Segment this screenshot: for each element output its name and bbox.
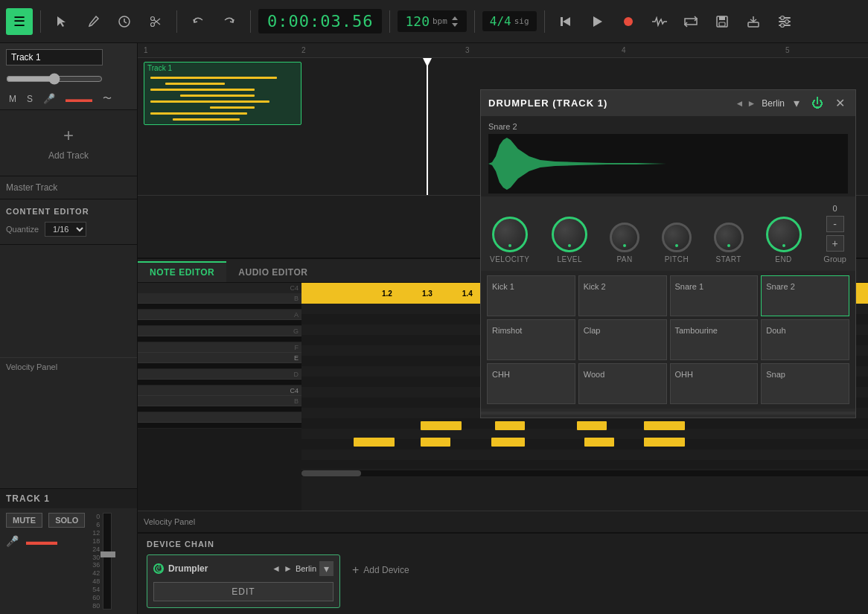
device-chain-area: DEVICE CHAIN ⏻ Drumpler ◄ ► Berlin ▾ (138, 532, 868, 614)
tab-note-editor[interactable]: NOTE EDITOR (138, 261, 226, 282)
drumpler-dropdown-button[interactable]: ▾ (791, 95, 802, 112)
cursor-tool-button[interactable] (48, 8, 75, 35)
piano-key-ab3[interactable] (138, 423, 301, 429)
end-minus-button[interactable]: - (826, 216, 844, 232)
drum-pad-ohh[interactable]: OHH (670, 363, 759, 404)
clock-tool-button[interactable] (111, 8, 138, 35)
track-name-input[interactable] (6, 49, 103, 65)
preset-arrow-right[interactable]: ► (284, 563, 293, 574)
device-edit-button[interactable]: EDIT (153, 582, 334, 601)
note-block-3[interactable] (577, 421, 607, 430)
wave-button-track[interactable]: 〜 (100, 91, 115, 106)
mixer-icon[interactable]: ▬▬▬ (26, 535, 57, 547)
drumpler-close-button[interactable]: ✕ (832, 95, 848, 112)
mic-button-track[interactable]: 🎤 (40, 92, 58, 106)
scissors-tool-button[interactable] (142, 8, 169, 35)
tab-audio-editor[interactable]: AUDIO EDITOR (226, 261, 319, 282)
end-plus-button[interactable]: + (826, 235, 844, 252)
drumpler-arrow-right[interactable]: ► (747, 98, 756, 109)
knob-velocity-control[interactable] (492, 217, 528, 252)
drum-pad-rimshot[interactable]: Rimshot (487, 319, 575, 360)
drum-pad-douh[interactable]: Douh (761, 319, 849, 360)
h-scrollbar-thumb[interactable] (301, 470, 361, 476)
mute-button[interactable]: MUTE (6, 513, 42, 528)
piano-key-gb4[interactable] (138, 336, 301, 342)
piano-key-e4[interactable]: E (138, 353, 301, 363)
drum-pad-clap[interactable]: Clap (578, 319, 667, 360)
play-button[interactable] (584, 8, 610, 35)
note-block-2[interactable] (495, 421, 525, 430)
device-dropdown-button[interactable]: ▾ (319, 561, 334, 576)
rewind-button[interactable] (552, 8, 579, 35)
redo-button[interactable] (216, 8, 243, 35)
loop-button[interactable] (677, 8, 704, 35)
knob-end-control[interactable] (766, 217, 802, 252)
piano-key-db4[interactable] (138, 380, 301, 386)
solo-button-track[interactable]: S (24, 92, 36, 106)
piano-key-c4[interactable]: C4 (138, 386, 301, 396)
undo-button[interactable] (185, 8, 211, 35)
playhead[interactable] (427, 58, 428, 195)
drum-pad-wood[interactable]: Wood (578, 363, 667, 404)
knob-pitch-control[interactable] (662, 223, 692, 252)
drum-pad-snare2[interactable]: Snare 2 (761, 275, 849, 316)
mic-icon[interactable]: 🎤 (6, 535, 19, 547)
save-button[interactable] (709, 8, 735, 35)
piano-key-b3[interactable]: B (138, 396, 301, 406)
track-clip[interactable]: Track 1 (144, 62, 301, 125)
piano-key-d4[interactable]: D (138, 369, 301, 380)
piano-key-eb4[interactable] (138, 363, 301, 369)
settings-icon (777, 15, 792, 28)
drum-pad-tambourine[interactable]: Tambourine (670, 319, 759, 360)
fader-track[interactable] (103, 513, 112, 610)
note-block-6[interactable] (421, 438, 450, 447)
drum-pad-kick1[interactable]: Kick 1 (487, 275, 575, 316)
note-block-7[interactable] (491, 438, 525, 447)
time-sig-display[interactable]: 4/4 sig (482, 11, 537, 31)
piano-key-bb3[interactable] (138, 406, 301, 412)
track-volume-slider[interactable] (6, 73, 103, 85)
preset-arrow-left[interactable]: ◄ (272, 563, 281, 574)
drumpler-power-button[interactable]: ⏻ (808, 95, 826, 112)
solo-button[interactable]: SOLO (48, 513, 85, 528)
piano-key-g4[interactable]: G (138, 326, 301, 336)
level-12: 12 (92, 529, 100, 537)
add-track-area[interactable]: + Add Track (0, 110, 137, 176)
settings-button[interactable] (771, 8, 798, 35)
piano-key-b4[interactable]: B (138, 293, 301, 304)
drum-pad-snare1[interactable]: Snare 1 (670, 275, 759, 316)
quantize-select[interactable]: 1/16 1/8 1/4 (45, 222, 86, 237)
waveform-canvas (488, 134, 848, 194)
menu-button[interactable]: ☰ (6, 8, 33, 35)
device-power-button[interactable]: ⏻ (153, 563, 164, 574)
piano-key-bb4[interactable] (138, 304, 301, 310)
mute-button-track[interactable]: M (6, 92, 19, 106)
knob-start-dot (727, 244, 730, 247)
drum-pad-snap[interactable]: Snap (761, 363, 849, 404)
knob-pan-control[interactable] (610, 223, 639, 252)
export-button[interactable] (740, 8, 767, 35)
piano-key-ab4[interactable] (138, 320, 301, 326)
fader-thumb[interactable] (100, 551, 115, 557)
automation-button[interactable] (646, 8, 673, 35)
knob-level-control[interactable] (552, 217, 587, 252)
knob-start-control[interactable] (714, 223, 744, 252)
bpm-display[interactable]: 120 bpm (398, 10, 466, 32)
piano-key-f4[interactable]: F (138, 342, 301, 353)
piano-key-a3[interactable] (138, 412, 301, 423)
mixer-button-track[interactable]: ▬▬▬ (63, 92, 95, 106)
drum-pad-kick2[interactable]: Kick 2 (578, 275, 667, 316)
note-block-9[interactable] (644, 438, 685, 447)
add-device-button[interactable]: + Add Device (349, 557, 412, 583)
time-display[interactable]: 0:00:03.56 (258, 9, 382, 33)
drum-pad-chh[interactable]: CHH (487, 363, 575, 404)
h-scrollbar[interactable] (301, 470, 868, 476)
drumpler-arrow-left[interactable]: ◄ (735, 98, 744, 109)
piano-key-a4[interactable]: A (138, 310, 301, 320)
note-block-8[interactable] (584, 438, 614, 447)
note-block-4[interactable] (644, 421, 685, 430)
record-button[interactable] (615, 8, 642, 35)
pencil-tool-button[interactable] (80, 8, 106, 35)
note-block-1[interactable] (421, 421, 462, 430)
note-block-5[interactable] (354, 438, 395, 447)
